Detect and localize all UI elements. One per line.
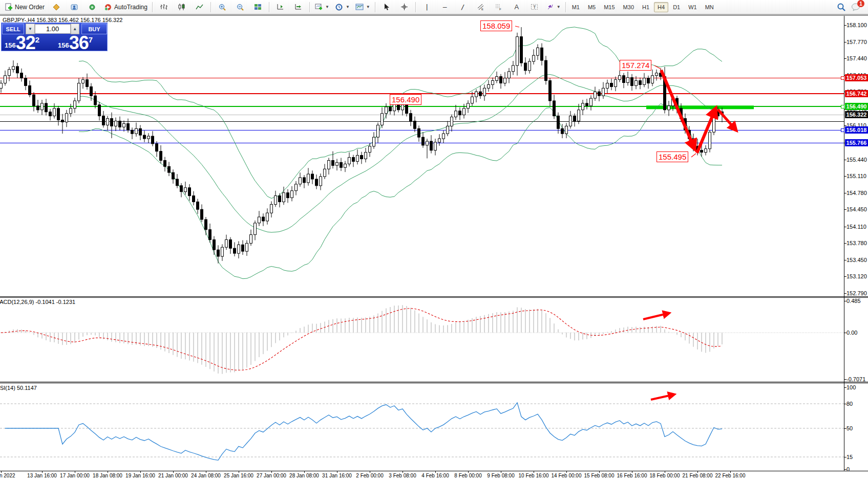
rsi-tick: 15 xyxy=(846,454,853,460)
time-tick: 18 Feb 00:00 xyxy=(650,473,680,478)
timeframe-M5[interactable]: M5 xyxy=(584,2,599,12)
arrows-button[interactable]: ▼ xyxy=(544,1,563,13)
autotrading-button[interactable]: AutoTrading xyxy=(101,1,150,13)
search-button[interactable] xyxy=(837,3,846,12)
macd-pane[interactable] xyxy=(0,298,844,382)
rsi-tick: 80 xyxy=(846,401,853,407)
new-chart-icon xyxy=(315,3,323,11)
rsi-arrow xyxy=(651,395,674,400)
time-tick: 17 Jan 00:00 xyxy=(60,473,90,478)
templates-icon xyxy=(355,4,364,11)
new-order-button[interactable]: New Order xyxy=(2,1,47,13)
timeframe-MN[interactable]: MN xyxy=(702,2,717,12)
line-anchor-marker[interactable] xyxy=(841,76,844,80)
price-tick: 153.780 xyxy=(846,240,867,246)
bar-chart-button[interactable] xyxy=(155,1,173,13)
price-annotation-158.059[interactable]: 158.059 xyxy=(480,20,512,31)
toolbar-separator xyxy=(375,2,376,12)
timeframe-D1[interactable]: D1 xyxy=(669,2,684,12)
rsi-tick: 0 xyxy=(846,466,850,472)
svg-text:E: E xyxy=(481,8,483,11)
rsi-label: RSI(14) 50.1147 xyxy=(0,385,37,391)
tile-windows-button[interactable] xyxy=(249,1,267,13)
text-label-button[interactable]: T xyxy=(526,1,543,13)
crosshair-button[interactable] xyxy=(396,1,413,13)
strategy-tester-button[interactable] xyxy=(83,1,101,13)
candlestick-button[interactable] xyxy=(173,1,190,13)
toolbar-right-tools: 1 xyxy=(837,3,866,12)
time-tick: 10 Feb 16:00 xyxy=(519,473,549,478)
buy-price[interactable]: 156 36 7 xyxy=(58,34,93,51)
notification-badge: 1 xyxy=(857,0,864,7)
timeframe-M30[interactable]: M30 xyxy=(620,2,638,12)
notifications-button[interactable]: 1 xyxy=(851,3,861,11)
time-tick: 31 Jan 16:00 xyxy=(322,473,352,478)
pane-divider[interactable] xyxy=(0,383,868,383)
market-watch-button[interactable] xyxy=(48,1,65,13)
zoom-out-button[interactable] xyxy=(231,1,249,13)
channel-icon: E xyxy=(477,3,484,11)
chart-shift-button[interactable] xyxy=(272,1,289,13)
zoom-in-button[interactable] xyxy=(214,1,231,13)
main-chart-pane[interactable] xyxy=(0,16,844,296)
line-anchor-marker[interactable] xyxy=(841,105,844,108)
macd-tick: 0.00 xyxy=(846,330,857,336)
channel-button[interactable]: E xyxy=(472,1,490,13)
time-tick: 28 Jan 08:00 xyxy=(289,473,319,478)
toolbar-separator xyxy=(565,2,566,12)
text-button[interactable]: A xyxy=(508,1,525,13)
pane-divider[interactable] xyxy=(0,297,868,298)
periods-button[interactable]: ▼ xyxy=(332,1,352,13)
timeframe-H4[interactable]: H4 xyxy=(654,2,668,12)
fibonacci-button[interactable]: F xyxy=(490,1,507,13)
tile-windows-icon xyxy=(254,3,262,11)
volume-input[interactable] xyxy=(35,24,71,34)
auto-scroll-button[interactable] xyxy=(290,1,307,13)
text-label-icon: T xyxy=(531,3,538,11)
time-tick: 21 Jan 00:00 xyxy=(158,473,188,478)
horizontal-line-button[interactable]: — xyxy=(436,1,454,13)
timeframe-M15[interactable]: M15 xyxy=(600,2,618,12)
macd-signal-line xyxy=(1,309,722,370)
toolbar-separator xyxy=(269,2,270,12)
one-click-trading-panel: SELL ▼ ▲ BUY 156 32 2 156 36 7 xyxy=(1,23,108,51)
price-annotation-156.490[interactable]: 156.490 xyxy=(390,94,421,105)
toolbar: New Order AutoTrading xyxy=(0,0,868,14)
timeframe-M1[interactable]: M1 xyxy=(568,2,583,12)
price-badge-157.053: 157.053 xyxy=(845,74,868,81)
dropdown-caret: ▼ xyxy=(366,5,370,9)
price-tick: 154.780 xyxy=(846,190,867,196)
pane-divider[interactable] xyxy=(0,382,868,382)
time-tick: 15 Feb 08:00 xyxy=(584,473,615,478)
terminal-button[interactable] xyxy=(66,1,83,13)
price-annotation-155.495[interactable]: 155.495 xyxy=(657,151,688,162)
time-tick: 9 Feb 08:00 xyxy=(487,473,514,478)
line-chart-button[interactable] xyxy=(191,1,208,13)
pane-divider[interactable] xyxy=(0,296,868,297)
zoom-in-icon xyxy=(218,3,226,11)
templates-button[interactable]: ▼ xyxy=(353,1,373,13)
timeframe-H1[interactable]: H1 xyxy=(639,2,653,12)
time-tick: 14 Feb 00:00 xyxy=(552,473,582,478)
label-leader-line xyxy=(654,65,661,69)
price-tick: 153.120 xyxy=(846,273,867,279)
line-anchor-marker[interactable] xyxy=(841,128,844,132)
timeframe-W1[interactable]: W1 xyxy=(685,2,701,12)
toolbar-separator xyxy=(309,2,310,12)
bar-chart-icon xyxy=(160,3,167,11)
arrows-icon xyxy=(546,3,554,11)
time-tick: 13 Jan 16:00 xyxy=(27,473,57,478)
cursor-button[interactable] xyxy=(378,1,395,13)
new-chart-button[interactable]: ▼ xyxy=(312,1,332,13)
time-axis-line xyxy=(0,471,868,471)
trendline-button[interactable]: / xyxy=(454,1,472,13)
dropdown-caret: ▼ xyxy=(346,5,350,9)
price-annotation-157.274[interactable]: 157.274 xyxy=(620,60,651,71)
sell-price[interactable]: 156 32 2 xyxy=(5,34,39,51)
toolbar-separator xyxy=(210,2,211,12)
search-icon xyxy=(837,3,846,12)
svg-text:T: T xyxy=(533,5,536,10)
vertical-line-button[interactable]: | xyxy=(418,1,436,13)
price-tick: 158.100 xyxy=(846,22,867,28)
rsi-pane[interactable] xyxy=(0,383,844,471)
